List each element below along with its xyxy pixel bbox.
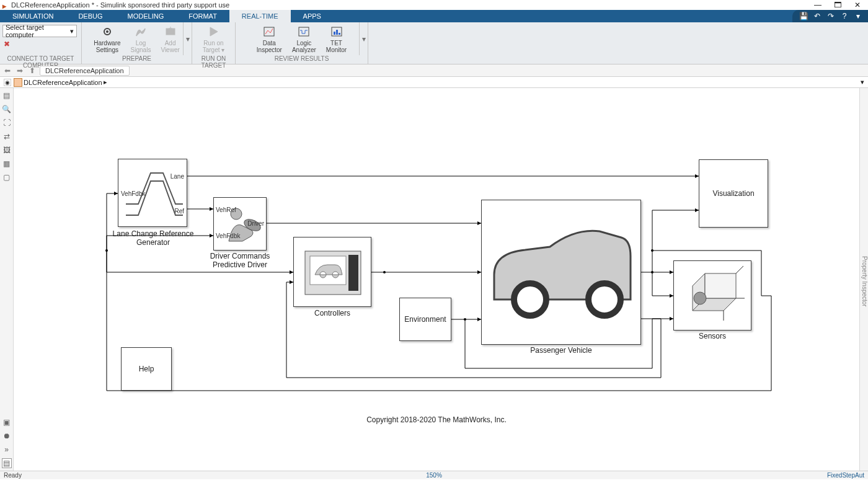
- breadcrumb: ◉ DLCReferenceApplication ▸ ▾: [0, 77, 868, 88]
- property-inspector-tab[interactable]: Property Inspector: [859, 88, 868, 471]
- label-sensors: Sensors: [673, 332, 751, 340]
- main-area: ▤ 🔍 ⛶ ⇄ 🖼 ▦ ▢ ▣ ⏺ » ▤: [0, 88, 868, 471]
- block-visualization[interactable]: Visualization: [699, 159, 768, 228]
- svg-point-33: [694, 292, 706, 304]
- logic-analyzer-icon: [297, 25, 311, 38]
- hardware-settings-button[interactable]: Hardware Settings: [89, 24, 125, 55]
- block-help[interactable]: Help: [121, 347, 172, 391]
- label-controllers: Controllers: [293, 309, 371, 317]
- nav-bar: ⬅ ➡ ⬆ DLCReferenceApplication: [0, 64, 868, 77]
- block-lane-change-ref[interactable]: VehFdbk Lane Ref: [118, 159, 187, 227]
- tab-apps[interactable]: APPS: [291, 10, 334, 22]
- status-zoom[interactable]: 150%: [426, 472, 442, 479]
- close-icon[interactable]: ✕: [852, 1, 863, 9]
- status-solver[interactable]: FixedStepAut: [827, 472, 864, 479]
- ribbon-tabs: SIMULATION DEBUG MODELING FORMAT REAL-TI…: [0, 10, 868, 22]
- expand-icon[interactable]: ▾: [853, 12, 863, 20]
- tab-modeling[interactable]: MODELING: [115, 10, 177, 22]
- redo-icon[interactable]: ↷: [826, 12, 836, 20]
- record-icon[interactable]: ⏺: [2, 431, 12, 441]
- svg-rect-7: [299, 27, 309, 36]
- more-icon[interactable]: »: [2, 445, 12, 455]
- tab-debug[interactable]: DEBUG: [66, 10, 115, 22]
- comment-icon[interactable]: ▢: [2, 172, 12, 182]
- help-icon[interactable]: ?: [839, 12, 849, 20]
- block-driver-commands[interactable]: VehRef VehFdbk Driver: [213, 197, 267, 251]
- screenshot-icon[interactable]: 🖼: [2, 145, 12, 155]
- data-inspector-icon: [262, 25, 276, 38]
- add-viewer-button[interactable]: Add Viewer: [156, 24, 184, 55]
- group-caption-run: RUN ON TARGET: [192, 55, 235, 64]
- port-vehref: VehRef: [216, 206, 236, 213]
- svg-point-1: [106, 30, 108, 33]
- svg-marker-5: [210, 27, 218, 36]
- breadcrumb-dropdown-icon[interactable]: ▾: [861, 78, 864, 86]
- logic-analyzer-button[interactable]: Logic Analyzer: [287, 24, 321, 55]
- label-lane-change: Lane Change Reference Generator: [107, 229, 200, 247]
- restore-icon[interactable]: 🗖: [832, 1, 843, 9]
- tet-monitor-button[interactable]: TET Monitor: [321, 24, 352, 55]
- signal-icon: [134, 25, 148, 38]
- play-icon: [206, 25, 220, 38]
- layers-icon[interactable]: ▦: [2, 159, 12, 169]
- ecu-icon: [294, 237, 372, 308]
- add-viewer-icon: [164, 25, 177, 38]
- save-icon[interactable]: 💾: [799, 12, 808, 20]
- legend-icon[interactable]: ▤: [2, 458, 12, 468]
- tet-monitor-icon: [330, 25, 343, 38]
- data-inspector-button[interactable]: Data Inspector: [252, 24, 287, 55]
- app-icon: ▸: [2, 2, 9, 8]
- fit-icon[interactable]: ⛶: [2, 118, 12, 128]
- sensor-icon: [674, 261, 752, 331]
- nav-back-icon[interactable]: ⬅: [2, 66, 12, 75]
- env-text: Environment: [404, 315, 446, 324]
- review-expand-button[interactable]: ▾: [359, 22, 368, 55]
- model-browser-toggle[interactable]: ◉: [4, 79, 11, 86]
- run-on-target-button[interactable]: Run on Target ▾: [198, 24, 230, 55]
- target-select-value: Select target computer: [6, 24, 70, 38]
- window-title: DLCReferenceApplication * - Simulink spo…: [11, 1, 812, 9]
- tab-simulation[interactable]: SIMULATION: [0, 10, 66, 22]
- document-tab[interactable]: DLCReferenceApplication: [40, 66, 130, 76]
- port-ref: Ref: [174, 208, 184, 215]
- title-bar: ▸ DLCReferenceApplication * - Simulink s…: [0, 0, 868, 10]
- vis-text: Visualization: [712, 189, 754, 198]
- nav-forward-icon[interactable]: ➡: [15, 66, 25, 75]
- label-vehicle: Passenger Vehicle: [481, 346, 641, 355]
- undo-icon[interactable]: ↶: [812, 12, 822, 20]
- chevron-down-icon: ▾: [70, 27, 74, 35]
- block-passenger-vehicle[interactable]: [481, 200, 641, 345]
- svg-rect-11: [339, 33, 340, 35]
- tab-realtime[interactable]: REAL-TIME: [229, 10, 291, 22]
- sample-time-icon[interactable]: ⇄: [2, 131, 12, 141]
- group-caption-review: REVIEW RESULTS: [236, 55, 368, 64]
- tab-format[interactable]: FORMAT: [176, 10, 229, 22]
- chevron-right-icon: ▸: [104, 78, 107, 86]
- minimize-icon[interactable]: —: [812, 1, 823, 9]
- show-hide-explorer-icon[interactable]: ▤: [2, 91, 12, 100]
- block-controllers[interactable]: [293, 237, 371, 307]
- nav-up-icon[interactable]: ⬆: [27, 66, 37, 75]
- port-driver: Driver: [247, 220, 264, 227]
- bird-eye-icon[interactable]: ▣: [2, 417, 12, 427]
- breadcrumb-root[interactable]: DLCReferenceApplication: [24, 79, 102, 86]
- model-canvas[interactable]: VehFdbk Lane Ref Lane Change Reference G…: [14, 88, 859, 471]
- disconnect-icon[interactable]: ✖: [0, 40, 10, 48]
- status-bar: Ready 150% FixedStepAut: [0, 471, 868, 479]
- block-environment[interactable]: Environment: [399, 298, 451, 341]
- svg-point-28: [514, 283, 546, 316]
- prepare-expand-button[interactable]: ▾: [183, 22, 192, 55]
- zoom-icon[interactable]: 🔍: [2, 104, 12, 114]
- group-caption-connect: CONNECT TO TARGET COMPUTER: [0, 55, 81, 64]
- block-sensors[interactable]: [673, 260, 751, 331]
- svg-rect-9: [334, 32, 335, 35]
- car-icon: [482, 200, 642, 345]
- log-signals-button[interactable]: Log Signals: [126, 24, 156, 55]
- svg-point-29: [588, 283, 621, 316]
- svg-line-34: [736, 266, 743, 273]
- svg-marker-32: [705, 273, 736, 298]
- quick-access-right: 💾 ↶ ↷ ? ▾: [792, 10, 868, 22]
- help-text: Help: [139, 365, 154, 373]
- target-computer-select[interactable]: Select target computer ▾: [2, 25, 77, 37]
- gear-icon: [100, 25, 114, 38]
